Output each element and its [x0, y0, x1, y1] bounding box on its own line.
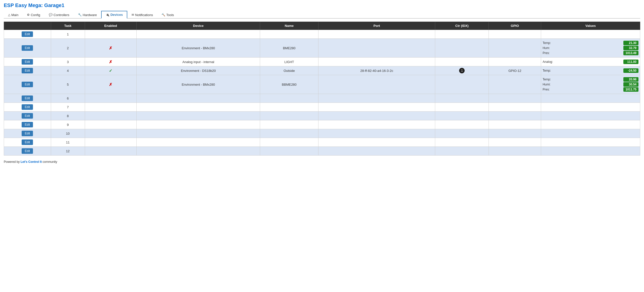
table-row: Edit6	[4, 94, 640, 103]
nav-tab-controllers[interactable]: 💬Controllers	[45, 11, 74, 19]
device-name: Environment - BMx280	[137, 75, 260, 94]
table-header: Task	[51, 22, 85, 30]
task-number: 10	[51, 129, 85, 138]
port-value	[318, 120, 435, 129]
table-header: Port	[318, 22, 435, 30]
table-header: Values	[541, 22, 640, 30]
port-value	[318, 112, 435, 120]
value-row: Temp:20.98	[543, 77, 638, 82]
tools-nav-icon: 🔨	[162, 13, 165, 17]
gpio-value	[489, 58, 541, 66]
device-name	[137, 94, 260, 103]
value-label: Hum:	[543, 46, 550, 50]
table-row: Edit7	[4, 103, 640, 112]
value-label: Pres:	[543, 88, 550, 91]
table-row: Edit4✓Environment - DS18b20Outside28-ff-…	[4, 66, 640, 75]
values-cell: Temp:-24.50	[541, 66, 640, 75]
edit-button[interactable]: Edit	[22, 122, 33, 127]
port-value	[318, 30, 435, 39]
values-cell	[541, 138, 640, 147]
task-name	[260, 147, 318, 156]
table-header: GPIO	[489, 22, 541, 30]
edit-button[interactable]: Edit	[22, 82, 33, 87]
value-badge: -24.50	[623, 68, 638, 73]
task-number: 4	[51, 66, 85, 75]
table-header: Enabled	[85, 22, 137, 30]
value-badge: 1011.75	[623, 87, 638, 92]
nav-tab-notifications[interactable]: ✉Notifications	[127, 11, 157, 19]
edit-cell: Edit	[4, 75, 51, 94]
value-row: Analog:111.00	[543, 60, 638, 64]
value-badge: 1013.49	[623, 51, 638, 55]
enabled-cell	[85, 129, 137, 138]
ctr-idx	[435, 103, 489, 112]
edit-button[interactable]: Edit	[22, 31, 33, 37]
task-number: 2	[51, 39, 85, 58]
check-icon: ✓	[109, 69, 112, 73]
cross-icon: ✗	[109, 46, 112, 50]
table-row: Edit2✗Environment - BMx280BME280Temp:21.…	[4, 39, 640, 58]
gpio-value	[489, 120, 541, 129]
footer: Powered by Let's Control It community	[4, 160, 640, 164]
table-header: Ctr (IDX)	[435, 22, 489, 30]
ctr-idx: 1	[435, 66, 489, 75]
footer-link[interactable]: Let's Control It	[21, 160, 42, 164]
table-row: Edit9	[4, 120, 640, 129]
task-name: BBME280	[260, 75, 318, 94]
ctr-idx	[435, 138, 489, 147]
edit-button[interactable]: Edit	[22, 59, 33, 65]
edit-button[interactable]: Edit	[22, 113, 33, 119]
controllers-nav-icon: 💬	[49, 13, 53, 17]
gpio-value	[489, 94, 541, 103]
edit-button[interactable]: Edit	[22, 68, 33, 73]
value-badge: 30.54	[623, 82, 638, 87]
devices-nav-icon: 🔌	[106, 13, 109, 17]
value-badge: 21.30	[623, 41, 638, 45]
edit-cell: Edit	[4, 103, 51, 112]
edit-button[interactable]: Edit	[22, 104, 33, 110]
task-number: 11	[51, 138, 85, 147]
enabled-cell	[85, 30, 137, 39]
device-name	[137, 103, 260, 112]
device-name: Environment - DS18b20	[137, 66, 260, 75]
enabled-cell	[85, 147, 137, 156]
port-value	[318, 129, 435, 138]
device-name	[137, 30, 260, 39]
nav-tab-tools[interactable]: 🔨Tools	[157, 11, 178, 19]
task-name: Outside	[260, 66, 318, 75]
gpio-value: GPIO-12	[489, 66, 541, 75]
table-row: Edit12	[4, 147, 640, 156]
tools-nav-label: Tools	[166, 13, 174, 17]
ctr-idx	[435, 120, 489, 129]
nav-tab-main[interactable]: △Main	[4, 11, 23, 19]
edit-cell: Edit	[4, 120, 51, 129]
edit-button[interactable]: Edit	[22, 95, 33, 101]
ctr-idx	[435, 58, 489, 66]
gpio-value	[489, 103, 541, 112]
nav-tab-devices[interactable]: 🔌Devices	[101, 11, 127, 19]
port-value: 28-ff-82-40-a4-16-3-2c	[318, 66, 435, 75]
value-label: Pres:	[543, 51, 550, 55]
gpio-value	[489, 39, 541, 58]
task-number: 7	[51, 103, 85, 112]
device-name	[137, 147, 260, 156]
gpio-value	[489, 30, 541, 39]
value-row: Temp:21.30	[543, 41, 638, 45]
enabled-cell	[85, 120, 137, 129]
edit-cell: Edit	[4, 39, 51, 58]
edit-cell: Edit	[4, 129, 51, 138]
enabled-cell	[85, 94, 137, 103]
edit-button[interactable]: Edit	[22, 148, 33, 154]
values-cell	[541, 103, 640, 112]
edit-button[interactable]: Edit	[22, 139, 33, 145]
edit-button[interactable]: Edit	[22, 131, 33, 136]
edit-button[interactable]: Edit	[22, 45, 33, 51]
nav-tab-config[interactable]: ⚙Config	[23, 11, 45, 19]
footer-suffix: community	[42, 160, 57, 164]
value-label: Analog:	[543, 60, 553, 64]
values-cell	[541, 120, 640, 129]
task-name	[260, 103, 318, 112]
page-wrapper: ESP Easy Mega: Garage1 △Main⚙Config💬Cont…	[0, 0, 644, 292]
nav-tab-hardware[interactable]: 🔧Hardware	[74, 11, 101, 19]
task-number: 1	[51, 30, 85, 39]
